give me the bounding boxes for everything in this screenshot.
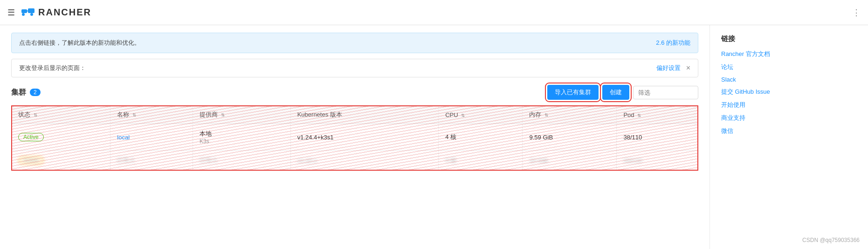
svg-rect-1	[28, 8, 34, 13]
status-badge: Active	[18, 133, 44, 141]
svg-rect-0	[21, 9, 27, 13]
svg-point-4	[30, 13, 33, 16]
cell-cpu: 4 核	[439, 151, 523, 171]
col-provider: 提供商 ⇅	[193, 106, 291, 124]
cell-pod: 33/110	[617, 151, 698, 171]
pod-cell: 33/110	[623, 157, 642, 164]
cell-pod: 38/110	[617, 124, 698, 151]
pref-bar: 更改登录后显示的页面： 偏好设置 ×	[11, 59, 698, 77]
sidebar-link-github-issue[interactable]: 提交 GitHub Issue	[721, 88, 857, 96]
provider-name: 本地	[200, 130, 284, 138]
table-body: Active local 本地 K3s v1.24.4+k3s1 4 核 9.5…	[12, 124, 698, 171]
content-area: 点击右侧链接，了解此版本的新功能和优化。 2.6 的新功能 更改登录后显示的页面…	[0, 25, 710, 249]
sidebar-link-rancher-docs[interactable]: Rancher 官方文档	[721, 50, 857, 58]
cell-cpu: 4 核	[439, 124, 523, 151]
header-left: ☰ RANCHER	[7, 7, 91, 18]
sort-memory-icon[interactable]: ⇅	[544, 112, 548, 118]
sidebar-link-wechat[interactable]: 微信	[721, 127, 857, 135]
main-layout: 点击右侧链接，了解此版本的新功能和优化。 2.6 的新功能 更改登录后显示的页面…	[0, 25, 868, 249]
cell-memory: 9.59 GiB	[523, 124, 617, 151]
cluster-name-link[interactable]: local	[117, 134, 130, 141]
sidebar-title: 链接	[721, 35, 857, 43]
right-sidebar: 链接 Rancher 官方文档 论坛 Slack 提交 GitHub Issue…	[710, 25, 868, 249]
provider-sub: K3s	[200, 138, 284, 145]
col-memory: 内存 ⇅	[523, 106, 617, 124]
pref-bar-right: 偏好设置 ×	[656, 64, 690, 72]
pref-bar-text: 更改登录后显示的页面：	[19, 64, 86, 72]
svg-point-3	[22, 13, 25, 16]
col-cpu: CPU ⇅	[439, 106, 523, 124]
hamburger-icon[interactable]: ☰	[7, 7, 15, 18]
cluster-name-link[interactable]: 已导入	[117, 157, 135, 164]
footer-watermark: CSDN @qq759035366	[802, 237, 860, 243]
table-row: Active 已导入 已导入 v1.22.x 4 核	[12, 151, 698, 171]
col-k8s: Kubernetes 版本	[290, 106, 438, 124]
filter-input[interactable]	[633, 86, 698, 99]
sort-pod-icon[interactable]: ⇅	[637, 113, 641, 118]
status-badge: Active	[18, 156, 44, 165]
cell-provider: 本地 K3s	[193, 124, 291, 151]
cell-provider: 已导入	[193, 151, 291, 171]
close-pref-button[interactable]: ×	[686, 64, 690, 72]
clusters-table: 状态 ⇅ 名称 ⇅ 提供商 ⇅ Kubernetes 版本 CPU ⇅ 内存 ⇅…	[11, 105, 698, 171]
sidebar-link-forum[interactable]: 论坛	[721, 63, 857, 71]
col-pod: Pod ⇅	[617, 106, 698, 124]
cell-k8s: v1.24.4+k3s1	[290, 124, 438, 151]
sort-status-icon[interactable]: ⇅	[34, 112, 37, 118]
import-cluster-button[interactable]: 导入已有集群	[547, 85, 599, 100]
memory-cell: 10 GiB	[529, 157, 548, 164]
cell-name: local	[110, 124, 193, 151]
sidebar-link-get-started[interactable]: 开始使用	[721, 101, 857, 109]
sidebar-link-commercial-support[interactable]: 商业支持	[721, 114, 857, 122]
preferences-link[interactable]: 偏好设置	[656, 64, 681, 72]
clusters-actions: 导入已有集群 创建	[547, 85, 698, 100]
sidebar-link-slack[interactable]: Slack	[721, 76, 857, 83]
svg-line-2	[27, 11, 28, 11]
clusters-table-wrapper: 状态 ⇅ 名称 ⇅ 提供商 ⇅ Kubernetes 版本 CPU ⇅ 内存 ⇅…	[11, 105, 698, 171]
cell-memory: 10 GiB	[523, 151, 617, 171]
col-status: 状态 ⇅	[12, 106, 110, 124]
col-name: 名称 ⇅	[110, 106, 193, 124]
logo-text: RANCHER	[38, 7, 91, 18]
cell-name: 已导入	[110, 151, 193, 171]
cell-status: Active	[12, 151, 110, 171]
clusters-header: 集群 2 导入已有集群 创建	[11, 85, 698, 100]
clusters-title: 集群	[11, 88, 26, 97]
sort-name-icon[interactable]: ⇅	[132, 112, 136, 118]
logo: RANCHER	[21, 7, 91, 18]
header: ☰ RANCHER ⋮	[0, 0, 868, 25]
new-features-link[interactable]: 2.6 的新功能	[656, 39, 690, 47]
more-options-icon[interactable]: ⋮	[852, 7, 861, 18]
cell-status: Active	[12, 124, 110, 151]
info-banner: 点击右侧链接，了解此版本的新功能和优化。 2.6 的新功能	[11, 33, 698, 53]
sort-cpu-icon[interactable]: ⇅	[461, 113, 465, 118]
k8s-version-cell: v1.22.x	[297, 157, 317, 164]
table-header: 状态 ⇅ 名称 ⇅ 提供商 ⇅ Kubernetes 版本 CPU ⇅ 内存 ⇅…	[12, 106, 698, 124]
create-cluster-button[interactable]: 创建	[602, 85, 629, 100]
clusters-title-group: 集群 2	[11, 88, 41, 97]
table-row: Active local 本地 K3s v1.24.4+k3s1 4 核 9.5…	[12, 124, 698, 151]
provider-name: 已导入	[200, 156, 284, 165]
clusters-count-badge: 2	[30, 89, 41, 96]
info-banner-text: 点击右侧链接，了解此版本的新功能和优化。	[19, 39, 140, 47]
cpu-cell: 4 核	[445, 157, 456, 164]
cell-k8s: v1.22.x	[290, 151, 438, 171]
logo-icon	[21, 7, 35, 18]
sort-provider-icon[interactable]: ⇅	[221, 112, 225, 118]
